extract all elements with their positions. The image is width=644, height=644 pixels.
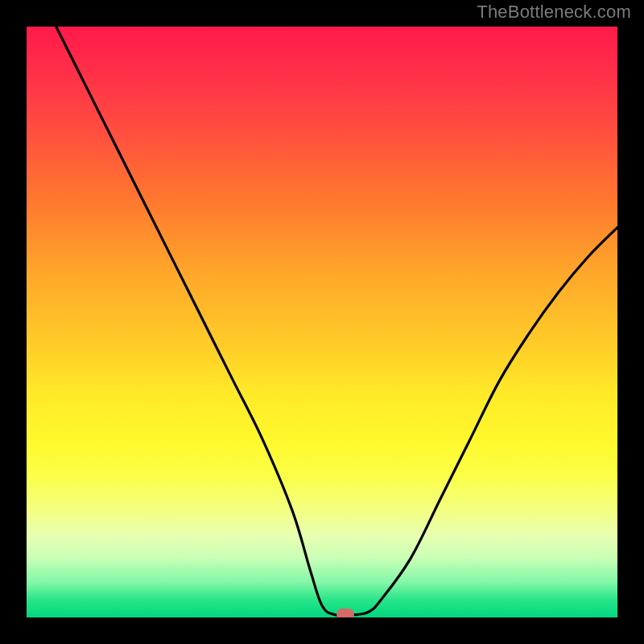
optimum-marker bbox=[336, 609, 354, 617]
bottleneck-curve-path bbox=[56, 27, 617, 615]
curve-svg bbox=[27, 27, 617, 617]
watermark-text: TheBottleneck.com bbox=[477, 2, 631, 23]
chart-frame: TheBottleneck.com bbox=[0, 0, 644, 644]
plot-area bbox=[27, 27, 617, 617]
